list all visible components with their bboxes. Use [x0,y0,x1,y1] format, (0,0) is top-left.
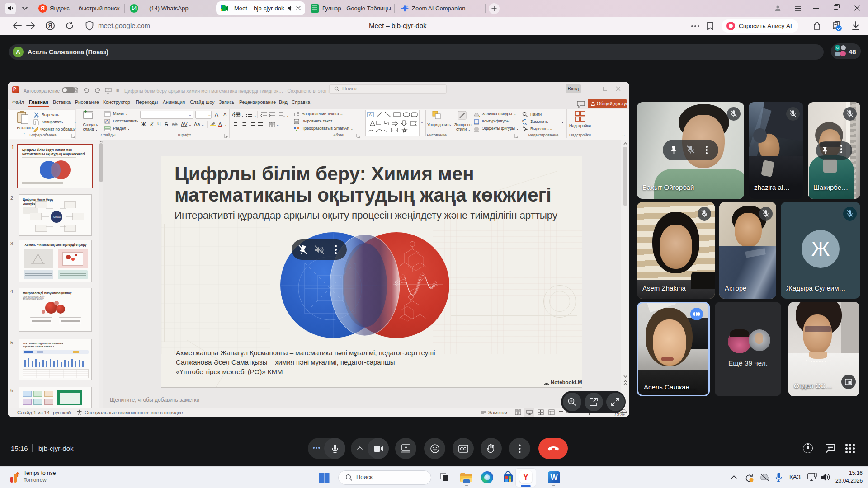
svg-text:A: A [369,113,372,117]
svg-text:c: c [525,122,527,125]
svg-text:b: b [522,120,524,123]
